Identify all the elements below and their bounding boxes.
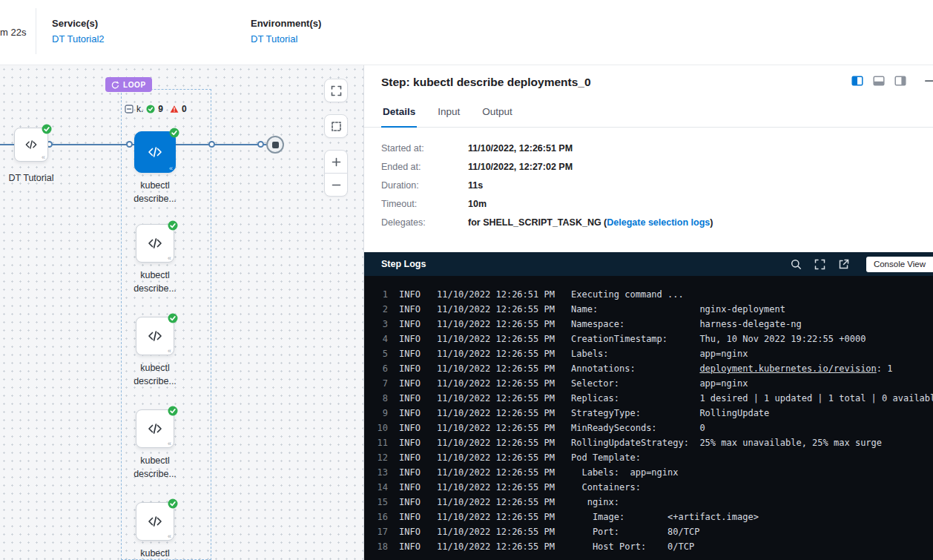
- collapse-minus-icon[interactable]: [125, 105, 133, 113]
- log-line: 18 INFO 11/10/2022 12:26:55 PM Host Port…: [364, 539, 933, 554]
- success-check-icon: [168, 406, 178, 416]
- detail-row: Ended at: 11/10/2022, 12:27:02 PM: [381, 162, 916, 172]
- step-logs-header: Step Logs Console View: [364, 252, 933, 276]
- services-label: Service(s): [52, 18, 105, 29]
- log-level: INFO: [399, 376, 427, 391]
- loop-header: k. 9 0: [125, 104, 187, 114]
- pipeline-execution-page: m 22s Service(s) DT Tutorial2 Environmen…: [0, 0, 933, 560]
- search-icon[interactable]: [791, 259, 802, 270]
- log-message: Image: <+artifact.image>: [571, 510, 759, 524]
- environments-label: Environment(s): [251, 18, 321, 29]
- log-line: 4 INFO 11/10/2022 12:26:55 PM CreationTi…: [364, 332, 933, 346]
- log-line-number: 16: [372, 510, 388, 524]
- open-in-new-icon[interactable]: [838, 259, 849, 270]
- minimize-icon[interactable]: [923, 75, 933, 87]
- log-line: 9 INFO 11/10/2022 12:26:55 PM StrategyTy…: [364, 406, 933, 421]
- log-level: INFO: [399, 317, 427, 332]
- log-line: 17 INFO 11/10/2022 12:26:55 PM Port: 80/…: [364, 524, 933, 539]
- connector-dot: [257, 141, 264, 148]
- fullscreen-icon[interactable]: [814, 259, 825, 270]
- pipeline-step-node[interactable]: « kubectl describe...: [124, 317, 186, 388]
- log-line: 16 INFO 11/10/2022 12:26:55 PM Image: <+…: [364, 510, 933, 524]
- log-level: INFO: [399, 391, 427, 406]
- log-line: 7 INFO 11/10/2022 12:26:55 PM Selector: …: [364, 376, 933, 391]
- panel-view-controls: [851, 75, 933, 87]
- zoom-in-icon: [331, 157, 342, 168]
- console-view-button[interactable]: Console View: [866, 257, 933, 272]
- log-line: 5 INFO 11/10/2022 12:26:55 PM Labels: ap…: [364, 346, 933, 361]
- tab-details[interactable]: Details: [381, 99, 417, 128]
- log-line: 10 INFO 11/10/2022 12:26:55 PM MinReadyS…: [364, 421, 933, 435]
- log-body[interactable]: 1 INFO 11/10/2022 12:26:51 PM Executing …: [364, 276, 933, 560]
- log-line: 6 INFO 11/10/2022 12:26:55 PM Annotation…: [364, 361, 933, 376]
- log-message: Name: nginx-deployment: [571, 302, 785, 317]
- step-corner-icon: «: [42, 154, 45, 161]
- step-label: kubectl describe...: [124, 269, 186, 295]
- marquee-select-button[interactable]: [324, 114, 348, 138]
- code-icon: [146, 143, 164, 161]
- log-line-number: 12: [372, 450, 388, 465]
- log-line-number: 1: [372, 287, 388, 302]
- pipeline-step-node[interactable]: « kubectl describe...: [124, 502, 186, 560]
- step-label: kubectl describe...: [124, 179, 186, 205]
- success-check-icon: [42, 124, 52, 134]
- services-value-link[interactable]: DT Tutorial2: [52, 33, 105, 45]
- log-line-number: 15: [372, 495, 388, 510]
- log-message: Replicas: 1 desired | 1 updated | 1 tota…: [571, 391, 933, 406]
- log-timestamp: 11/10/2022 12:26:55 PM: [437, 465, 560, 480]
- detail-label: Duration:: [381, 180, 468, 191]
- details-list: Started at: 11/10/2022, 12:26:51 PM Ende…: [364, 128, 933, 228]
- log-message: Containers:: [571, 480, 641, 495]
- fit-screen-button[interactable]: [324, 79, 348, 102]
- detail-row: Delegates: for SHELL_SCRIPT_TASK_NG (Del…: [381, 217, 916, 228]
- loop-badge-label: LOOP: [123, 81, 146, 89]
- log-controls: Console View: [791, 257, 933, 272]
- step-label: DT Tutorial: [9, 171, 54, 185]
- environments-value-link[interactable]: DT Tutorial: [251, 33, 321, 45]
- log-line: 2 INFO 11/10/2022 12:26:55 PM Name: ngin…: [364, 302, 933, 317]
- log-level: INFO: [399, 435, 427, 450]
- log-line: 13 INFO 11/10/2022 12:26:55 PM Labels: a…: [364, 465, 933, 480]
- log-message: RollingUpdateStrategy: 25% max unavailab…: [571, 435, 882, 450]
- bottom-view-icon[interactable]: [873, 75, 885, 87]
- detail-value: 11/10/2022, 12:27:02 PM: [468, 162, 573, 172]
- step-details-panel: Step: kubectl describe deployments_0 Det…: [363, 65, 933, 560]
- panel-tabs: DetailsInputOutput: [364, 99, 933, 128]
- loop-arrow-icon: [111, 81, 119, 89]
- environments-block: Environment(s) DT Tutorial: [251, 18, 321, 45]
- log-line-number: 11: [372, 435, 388, 450]
- edge-loop-to-end: [176, 144, 266, 145]
- log-timestamp: 11/10/2022 12:26:55 PM: [437, 480, 560, 495]
- step-corner-icon: «: [169, 165, 173, 172]
- log-level: INFO: [399, 302, 427, 317]
- zoom-in-button[interactable]: [324, 150, 348, 174]
- pipeline-step-node[interactable]: « kubectl describe...: [124, 224, 186, 295]
- log-line: 15 INFO 11/10/2022 12:26:55 PM nginx:: [364, 495, 933, 510]
- tab-output[interactable]: Output: [481, 99, 514, 127]
- log-annotation-link[interactable]: deployment.kubernetes.io/revision: [699, 363, 876, 374]
- marquee-select-icon: [331, 121, 342, 132]
- right-view-icon[interactable]: [894, 75, 906, 87]
- pipeline-step-node[interactable]: « kubectl describe...: [124, 131, 186, 205]
- split-view-icon[interactable]: [851, 75, 863, 87]
- log-message: Host Port: 0/TCP: [571, 539, 694, 554]
- start-step-node[interactable]: « DT Tutorial: [0, 128, 62, 185]
- log-level: INFO: [399, 480, 427, 495]
- zoom-out-icon: [331, 179, 342, 191]
- delegate-selection-logs-link[interactable]: Delegate selection logs: [607, 217, 710, 228]
- log-line-number: 8: [372, 391, 388, 406]
- end-node[interactable]: [266, 136, 284, 154]
- log-line-number: 10: [372, 421, 388, 435]
- tab-input[interactable]: Input: [436, 99, 461, 127]
- log-line-number: 17: [372, 524, 388, 539]
- pipeline-canvas[interactable]: k. 9 0 LOOP « DT Tutorial «: [0, 65, 363, 560]
- zoom-out-button[interactable]: [324, 173, 348, 197]
- warning-count-icon: [170, 105, 179, 113]
- detail-label: Ended at:: [381, 162, 468, 172]
- code-icon: [146, 513, 164, 530]
- log-line-number: 2: [372, 302, 388, 317]
- detail-value: 11/10/2022, 12:26:51 PM: [468, 143, 573, 154]
- pipeline-step-node[interactable]: « kubectl describe...: [124, 409, 186, 481]
- log-timestamp: 11/10/2022 12:26:55 PM: [437, 391, 560, 406]
- log-timestamp: 11/10/2022 12:26:55 PM: [437, 524, 560, 539]
